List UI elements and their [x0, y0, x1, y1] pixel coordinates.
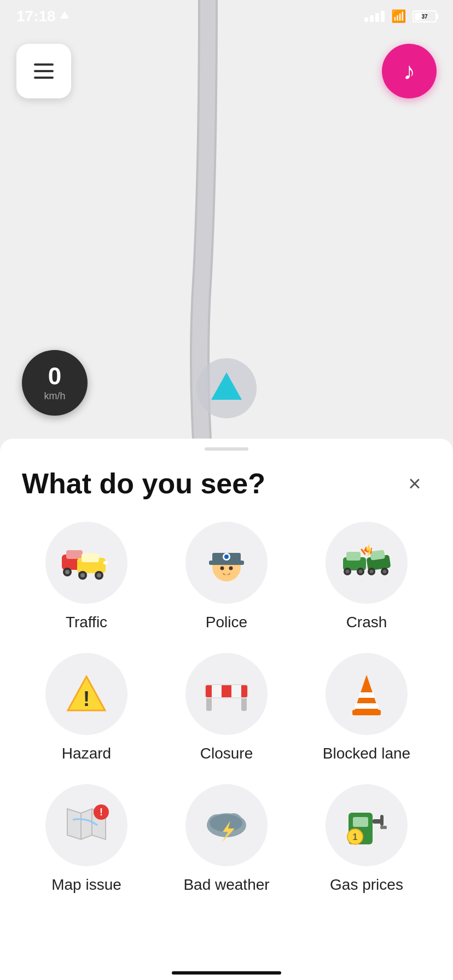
closure-icon [202, 675, 251, 713]
map-issue-label: Map issue [51, 876, 121, 894]
svg-text:1: 1 [353, 832, 358, 842]
option-traffic[interactable]: Traffic [22, 522, 151, 631]
svg-rect-45 [222, 685, 231, 698]
svg-text:!: ! [100, 807, 103, 818]
hamburger-icon [34, 63, 54, 79]
option-gas-prices[interactable]: 1 Gas prices [302, 784, 431, 894]
svg-rect-7 [82, 553, 99, 562]
svg-marker-49 [358, 692, 375, 698]
options-grid: Traffic [22, 522, 431, 894]
option-closure[interactable]: Closure [162, 653, 291, 762]
music-button[interactable]: ♪ [382, 44, 437, 98]
police-icon [205, 541, 248, 585]
option-police[interactable]: Police [162, 522, 291, 631]
blocked-lane-icon-circle [326, 653, 408, 735]
sheet-title: What do you see? [22, 467, 265, 500]
svg-point-17 [224, 555, 229, 559]
status-bar: 17:18 📶 37 [0, 0, 453, 33]
svg-marker-50 [355, 703, 379, 709]
svg-point-32 [383, 570, 387, 574]
svg-rect-1 [66, 550, 83, 559]
music-icon: ♪ [403, 57, 415, 85]
speed-unit: km/h [44, 390, 65, 402]
sheet-drag-handle[interactable] [205, 447, 248, 451]
status-time: 17:18 [16, 8, 69, 25]
map-issue-icon-circle: ! [45, 784, 127, 866]
speed-indicator: 0 km/h [22, 350, 88, 416]
blocked-lane-icon [345, 669, 388, 719]
svg-point-26 [359, 570, 363, 574]
menu-button[interactable] [16, 44, 71, 98]
bad-weather-label: Bad weather [183, 876, 269, 894]
bad-weather-icon [202, 803, 251, 847]
speed-value: 0 [48, 364, 61, 388]
svg-point-9 [80, 573, 85, 578]
battery-level: 37 [414, 11, 435, 21]
svg-rect-65 [380, 815, 384, 826]
close-icon: × [408, 472, 421, 494]
option-hazard[interactable]: ! Hazard [22, 653, 151, 762]
navigation-arrow [196, 358, 257, 418]
location-icon [60, 11, 69, 22]
svg-point-24 [346, 570, 350, 574]
sheet-handle-row [22, 439, 431, 456]
hazard-label: Hazard [62, 745, 111, 762]
police-icon-circle [185, 522, 268, 604]
battery-indicator: 37 [413, 10, 437, 22]
option-crash[interactable]: Crash [302, 522, 431, 631]
svg-rect-22 [346, 552, 361, 561]
svg-point-19 [229, 567, 233, 570]
bad-weather-icon-circle [185, 784, 268, 866]
battery-tip [436, 14, 438, 19]
gas-prices-icon-circle: 1 [326, 784, 408, 866]
gas-prices-label: Gas prices [330, 876, 403, 894]
wifi-icon: 📶 [391, 9, 406, 24]
traffic-icon [62, 544, 111, 582]
svg-rect-51 [352, 710, 381, 715]
traffic-icon-circle [45, 522, 127, 604]
police-label: Police [206, 614, 247, 631]
arrow-icon [211, 372, 242, 400]
svg-point-18 [220, 567, 224, 570]
blocked-lane-label: Blocked lane [323, 745, 410, 762]
map-issue-icon: ! [62, 803, 111, 847]
hazard-icon: ! [65, 672, 108, 716]
hazard-icon-circle: ! [45, 653, 127, 735]
home-indicator [172, 971, 281, 975]
svg-rect-66 [380, 826, 387, 829]
option-map-issue[interactable]: ! Map issue [22, 784, 151, 894]
svg-rect-12 [103, 561, 108, 564]
crash-label: Crash [346, 614, 387, 631]
svg-point-3 [65, 570, 69, 574]
crash-icon [342, 541, 391, 585]
svg-text:!: ! [83, 687, 90, 710]
closure-label: Closure [200, 745, 253, 762]
option-bad-weather[interactable]: Bad weather [162, 784, 291, 894]
closure-icon-circle [185, 653, 268, 735]
map-view[interactable]: ♪ 0 km/h 17:18 📶 37 [0, 0, 453, 448]
svg-point-20 [220, 575, 233, 581]
close-button[interactable]: × [398, 467, 431, 500]
svg-rect-15 [209, 561, 244, 565]
signal-bars [364, 11, 385, 22]
svg-rect-44 [202, 685, 212, 698]
svg-point-30 [370, 570, 374, 574]
option-blocked-lane[interactable]: Blocked lane [302, 653, 431, 762]
sheet-header: What do you see? × [22, 467, 431, 500]
status-right: 📶 37 [364, 9, 437, 24]
bottom-sheet: What do you see? × [0, 439, 453, 980]
traffic-label: Traffic [66, 614, 107, 631]
svg-rect-46 [241, 685, 251, 698]
gas-prices-icon: 1 [342, 802, 391, 849]
crash-icon-circle [326, 522, 408, 604]
svg-point-11 [97, 573, 101, 578]
svg-rect-63 [353, 817, 368, 827]
